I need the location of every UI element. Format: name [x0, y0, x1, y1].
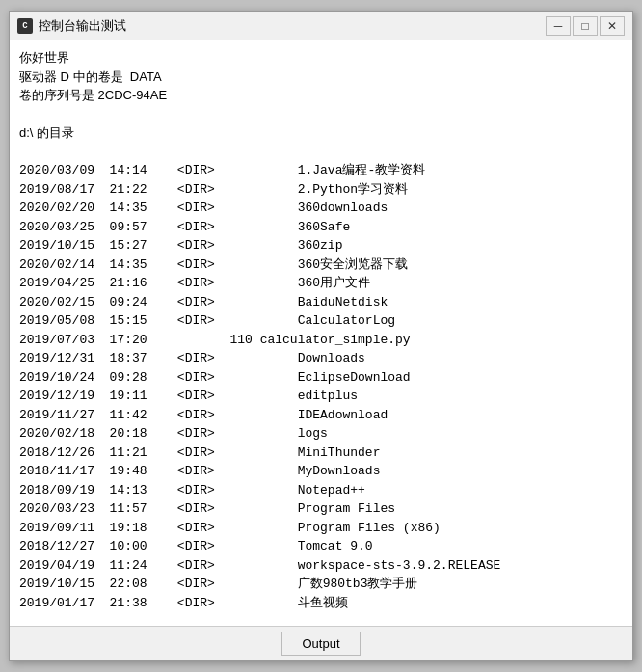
maximize-button[interactable]: □ [573, 16, 598, 36]
dir-entry: 2019/07/03 17:20 110 calculator_simple.p… [19, 331, 623, 350]
title-bar: C 控制台输出测试 ─ □ ✕ [10, 12, 632, 40]
window-title: 控制台输出测试 [39, 17, 546, 35]
minimize-button[interactable]: ─ [546, 16, 571, 36]
dir-entry: 2019/04/25 21:16 <DIR> 360用户文件 [19, 274, 623, 293]
dir-entry: 2019/05/08 15:15 <DIR> CalculatorLog [19, 311, 623, 331]
console-header-line: d:\ 的目录 [19, 123, 623, 143]
dir-entry: 2019/08/17 21:22 <DIR> 2.Python学习资料 [19, 180, 623, 200]
dir-entry: 2018/12/27 10:00 <DIR> Tomcat 9.0 [19, 537, 623, 556]
main-window: C 控制台输出测试 ─ □ ✕ 你好世界驱动器 D 中的卷是 DATA卷的序列号… [9, 11, 633, 661]
dir-entry: 2019/09/11 19:18 <DIR> Program Files (x8… [19, 519, 623, 538]
dir-entry: 2020/03/09 14:14 <DIR> 1.Java编程-教学资料 [19, 161, 623, 180]
console-output: 你好世界驱动器 D 中的卷是 DATA卷的序列号是 2CDC-94AE d:\ … [10, 40, 632, 626]
dir-entry: 2018/09/19 14:13 <DIR> Notepad++ [19, 481, 623, 500]
dir-entry: 2019/11/27 11:42 <DIR> IDEAdownload [19, 406, 623, 425]
window-controls: ─ □ ✕ [546, 16, 625, 36]
window-icon: C [17, 18, 33, 34]
console-header-line: 驱动器 D 中的卷是 DATA [19, 67, 623, 87]
dir-entry: 2020/03/25 09:57 <DIR> 360Safe [19, 218, 623, 237]
console-header-line [19, 143, 623, 162]
dir-entry: 2018/12/26 11:21 <DIR> MiniThunder [19, 444, 623, 463]
dir-entry: 2019/12/19 19:11 <DIR> editplus [19, 387, 623, 406]
dir-entry: 2018/11/17 19:48 <DIR> MyDownloads [19, 462, 623, 481]
console-header-line: 你好世界 [19, 48, 623, 67]
footer: Output [10, 626, 632, 660]
output-button[interactable]: Output [281, 632, 360, 656]
dir-entry: 2019/10/24 09:28 <DIR> EclipseDownload [19, 368, 623, 388]
dir-entry: 2019/10/15 15:27 <DIR> 360zip [19, 236, 623, 255]
close-button[interactable]: ✕ [600, 16, 625, 36]
dir-entry: 2020/02/20 14:35 <DIR> 360downloads [19, 199, 623, 218]
dir-entry: 2019/01/17 21:38 <DIR> 斗鱼视频 [19, 594, 623, 613]
dir-entry: 2020/02/15 09:24 <DIR> BaiduNetdisk [19, 293, 623, 312]
console-header-line [19, 105, 623, 124]
dir-entry: 2020/03/23 11:57 <DIR> Program Files [19, 499, 623, 519]
console-header-line: 卷的序列号是 2CDC-94AE [19, 86, 623, 105]
dir-entry: 2020/02/14 14:35 <DIR> 360安全浏览器下载 [19, 255, 623, 275]
dir-entry: 2020/02/18 20:18 <DIR> logs [19, 424, 623, 444]
dir-entry: 2019/10/15 22:08 <DIR> 广数980tb3教学手册 [19, 575, 623, 594]
dir-entry: 2019/12/31 18:37 <DIR> Downloads [19, 349, 623, 368]
dir-entry: 2019/04/19 11:24 <DIR> workspace-sts-3.9… [19, 556, 623, 576]
